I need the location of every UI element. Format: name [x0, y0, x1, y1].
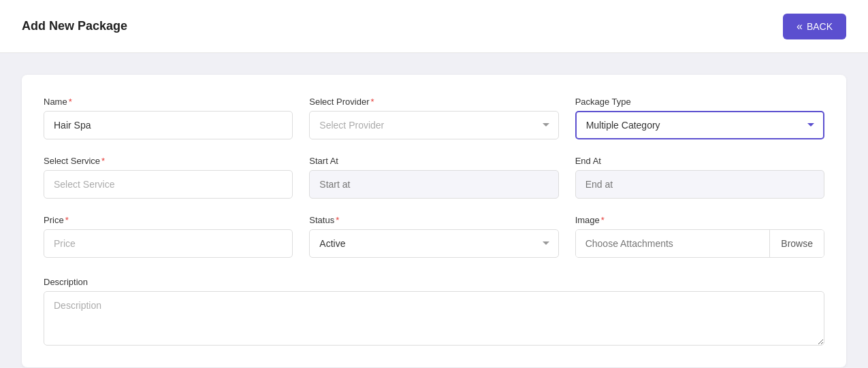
page-title: Add New Package [22, 19, 127, 33]
start-at-label: Start At [309, 156, 558, 166]
image-attachments-input[interactable] [576, 230, 770, 257]
package-type-group: Package Type Multiple Category Single Ca… [575, 97, 824, 139]
status-label: Status* [309, 215, 558, 225]
description-label: Description [44, 277, 824, 287]
price-group: Price* [44, 215, 293, 258]
back-button[interactable]: « BACK [783, 14, 846, 39]
select-service-group: Select Service* [44, 156, 293, 199]
end-at-group: End At [575, 156, 824, 199]
package-type-label: Package Type [575, 97, 824, 107]
status-group: Status* Active Inactive [309, 215, 558, 258]
form-card: Name* Select Provider* Select Provider P… [22, 75, 846, 367]
start-at-group: Start At [309, 156, 558, 199]
price-input[interactable] [44, 229, 293, 258]
back-icon: « [797, 20, 803, 33]
select-provider-group: Select Provider* Select Provider [309, 97, 558, 139]
image-browse-button[interactable]: Browse [769, 230, 824, 257]
image-input-group: Browse [575, 229, 824, 258]
select-service-input[interactable] [44, 170, 293, 199]
package-type-dropdown[interactable]: Multiple Category Single Category [575, 111, 824, 139]
image-label: Image* [575, 215, 824, 225]
back-button-label: BACK [807, 21, 833, 32]
end-at-label: End At [575, 156, 824, 166]
content-area: Name* Select Provider* Select Provider P… [0, 53, 868, 368]
select-service-label: Select Service* [44, 156, 293, 166]
select-provider-dropdown[interactable]: Select Provider [309, 111, 558, 139]
status-dropdown[interactable]: Active Inactive [309, 229, 558, 258]
name-group: Name* [44, 97, 293, 139]
name-input[interactable] [44, 111, 293, 139]
select-provider-label: Select Provider* [309, 97, 558, 107]
start-at-input[interactable] [309, 170, 558, 199]
name-label: Name* [44, 97, 293, 107]
form-grid: Name* Select Provider* Select Provider P… [44, 97, 824, 346]
description-group: Description [44, 277, 824, 346]
page-header: Add New Package « BACK [0, 0, 868, 53]
image-group: Image* Browse [575, 215, 824, 258]
price-label: Price* [44, 215, 293, 225]
description-textarea[interactable] [44, 291, 824, 346]
end-at-input[interactable] [575, 170, 824, 199]
